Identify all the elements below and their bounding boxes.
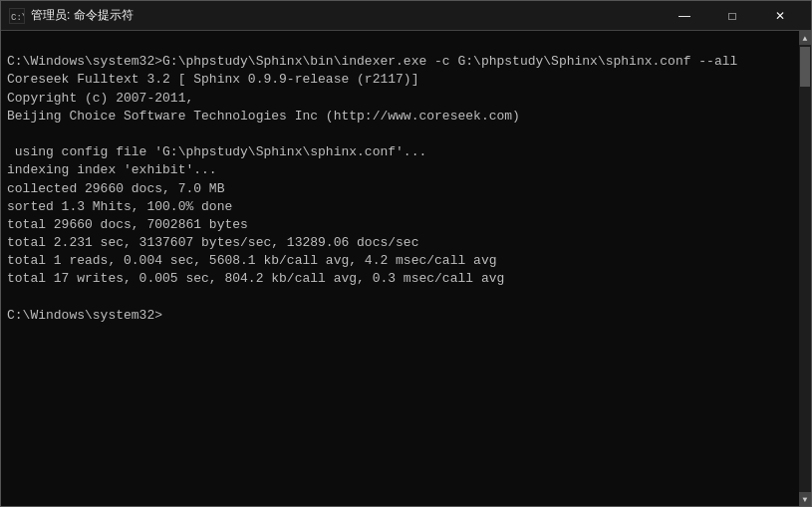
scrollbar: ▲ ▼ [799, 31, 811, 506]
console-area: C:\Windows\system32>G:\phpstudy\Sphinx\b… [1, 31, 811, 506]
title-bar-controls: — □ ✕ [662, 2, 803, 30]
title-bar-left: C:\ 管理员: 命令提示符 [9, 7, 134, 24]
console-output: C:\Windows\system32>G:\phpstudy\Sphinx\b… [1, 31, 799, 506]
scrollbar-down-arrow[interactable]: ▼ [799, 492, 811, 506]
cmd-icon: C:\ [9, 8, 25, 24]
maximize-button[interactable]: □ [709, 2, 755, 30]
minimize-button[interactable]: — [662, 2, 707, 30]
title-bar-title: 管理员: 命令提示符 [31, 7, 134, 24]
scrollbar-thumb[interactable] [800, 47, 810, 87]
scrollbar-up-arrow[interactable]: ▲ [799, 31, 811, 45]
title-bar: C:\ 管理员: 命令提示符 — □ ✕ [1, 1, 811, 31]
svg-text:C:\: C:\ [11, 13, 24, 23]
close-button[interactable]: ✕ [757, 2, 803, 30]
window: C:\ 管理员: 命令提示符 — □ ✕ C:\Windows\system32… [0, 0, 812, 507]
